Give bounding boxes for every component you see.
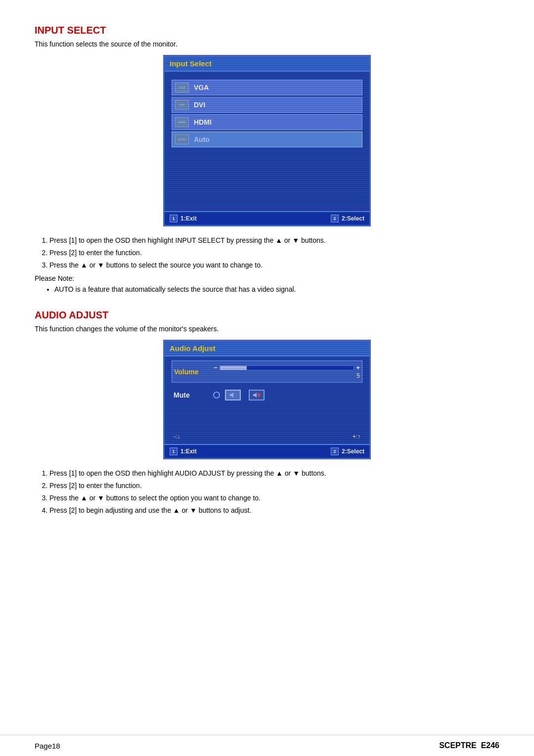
brand-model: SCEPTRE E246 xyxy=(439,741,499,750)
footer-select-label: 2 2:Select xyxy=(331,215,364,222)
instruction-2: Press [2] to enter the function. xyxy=(49,248,499,258)
volume-control: − + 5 xyxy=(214,364,360,379)
audio-instruction-3: Press the ▲ or ▼ buttons to select the o… xyxy=(49,493,499,503)
nav-right: +:↑ xyxy=(353,433,360,440)
input-select-title: INPUT SELECT xyxy=(35,25,499,36)
svg-rect-0 xyxy=(230,394,231,396)
page-footer: Page18 SCEPTRE E246 xyxy=(0,735,534,756)
note-list: AUTO is a feature that automatically sel… xyxy=(54,284,499,295)
mute-label: Mute xyxy=(174,391,213,399)
volume-label: Volume xyxy=(174,368,214,376)
volume-row: Volume − + 5 xyxy=(172,360,362,383)
dvi-icon: DVI xyxy=(175,100,189,110)
screen-space xyxy=(172,152,362,206)
speaker-icon xyxy=(229,392,236,398)
note-1: AUTO is a feature that automatically sel… xyxy=(54,284,499,295)
mute-icon xyxy=(253,392,261,398)
vol-minus-icon: − xyxy=(214,364,218,371)
audio-select-icon: 2 xyxy=(331,447,339,455)
volume-bar-container: − + xyxy=(214,364,360,371)
input-select-body: VGA VGA DVI DVI HDMI HDMI AUTO Auto xyxy=(165,72,369,211)
input-select-screen: Input Select VGA VGA DVI DVI HDMI HDMI A… xyxy=(163,55,371,226)
audio-screen-title: Audio Adjust xyxy=(165,341,369,356)
note-title: Please Note: xyxy=(35,274,499,282)
audio-adjust-screen: Audio Adjust Volume − + 5 M xyxy=(163,340,371,459)
mute-on-button[interactable] xyxy=(225,390,241,400)
audio-instruction-1: Press [1] to open the OSD then highlight… xyxy=(49,468,499,479)
instruction-list: Press [1] to open the OSD then highlight… xyxy=(49,235,499,270)
audio-space xyxy=(172,406,362,431)
audio-adjust-section: AUDIO ADJUST This function changes the v… xyxy=(35,310,499,516)
svg-marker-1 xyxy=(231,393,233,398)
select-icon: 2 xyxy=(331,215,339,222)
audio-exit-icon: 1 xyxy=(170,447,178,455)
svg-marker-3 xyxy=(255,393,257,398)
volume-fill xyxy=(220,366,247,370)
volume-value: 5 xyxy=(214,372,360,379)
input-item-auto: AUTO Auto xyxy=(172,132,362,147)
mute-controls xyxy=(213,390,265,400)
input-select-instructions: Press [1] to open the OSD then highlight… xyxy=(35,235,499,295)
exit-icon: 1 xyxy=(170,215,178,222)
audio-body: Volume − + 5 Mute xyxy=(165,356,369,444)
volume-bar xyxy=(220,365,355,370)
auto-icon: AUTO xyxy=(175,134,189,144)
audio-adjust-instructions: Press [1] to open the OSD then highlight… xyxy=(35,468,499,516)
bottom-spacer xyxy=(35,531,499,560)
vga-icon: VGA xyxy=(175,83,189,92)
audio-instruction-4: Press [2] to begin adjusting and use the… xyxy=(49,505,499,516)
brand-name: SCEPTRE xyxy=(439,741,477,750)
footer-exit-label: 1 1:Exit xyxy=(170,215,197,222)
mute-radio-off xyxy=(213,392,220,399)
audio-instruction-2: Press [2] to enter the function. xyxy=(49,481,499,491)
input-select-desc: This function selects the source of the … xyxy=(35,40,499,48)
audio-footer-exit: 1 1:Exit xyxy=(170,447,197,455)
svg-rect-2 xyxy=(253,394,255,396)
audio-adjust-desc: This function changes the volume of the … xyxy=(35,325,499,333)
input-item-dvi: DVI DVI xyxy=(172,97,362,113)
instruction-3: Press the ▲ or ▼ buttons to select the s… xyxy=(49,260,499,270)
input-select-footer: 1 1:Exit 2 2:Select xyxy=(165,211,369,225)
audio-nav-row: -:↓ +:↑ xyxy=(172,431,362,442)
mute-row: Mute xyxy=(172,387,362,403)
audio-instruction-list: Press [1] to open the OSD then highlight… xyxy=(49,468,499,516)
input-item-hdmi: HDMI HDMI xyxy=(172,114,362,130)
input-select-section: INPUT SELECT This function selects the s… xyxy=(35,25,499,295)
page-number: Page18 xyxy=(35,742,60,750)
nav-left: -:↓ xyxy=(174,433,180,440)
hdmi-icon: HDMI xyxy=(175,117,189,127)
input-select-list: VGA VGA DVI DVI HDMI HDMI AUTO Auto xyxy=(172,77,362,152)
model-name: E246 xyxy=(481,741,499,750)
audio-footer: 1 1:Exit 2 2:Select xyxy=(165,444,369,458)
audio-footer-select: 2 2:Select xyxy=(331,447,364,455)
input-item-vga: VGA VGA xyxy=(172,80,362,95)
mute-off-button[interactable] xyxy=(249,390,265,400)
audio-adjust-title: AUDIO ADJUST xyxy=(35,310,499,321)
vol-plus-icon: + xyxy=(356,364,360,371)
instruction-1: Press [1] to open the OSD then highlight… xyxy=(49,235,499,246)
input-select-screen-title: Input Select xyxy=(165,56,369,72)
